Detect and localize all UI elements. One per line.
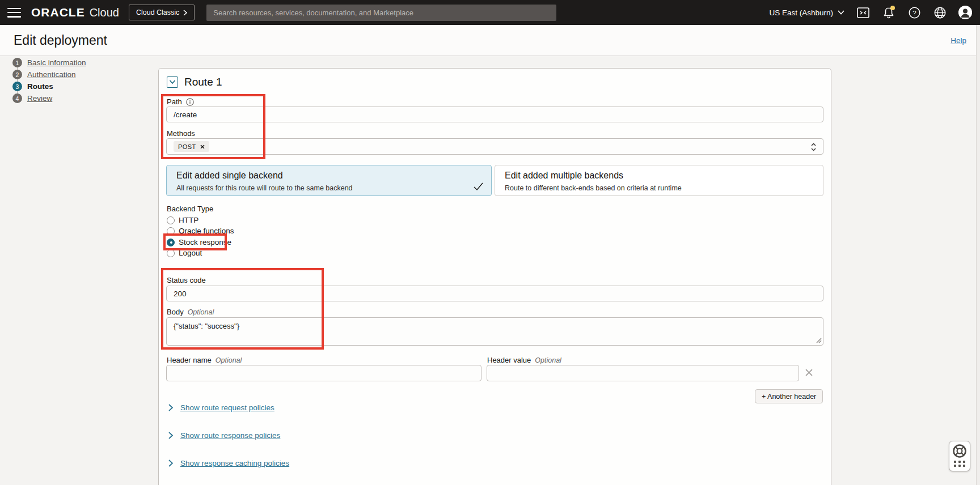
- radio-stock-response[interactable]: Stock response: [167, 237, 231, 248]
- svg-text:?: ?: [913, 9, 916, 16]
- card-title: Edit added single backend: [176, 171, 283, 181]
- path-label: Path: [167, 97, 194, 106]
- remove-header-button[interactable]: [803, 367, 814, 378]
- notifications-icon[interactable]: [882, 6, 895, 19]
- policy-link[interactable]: Show response caching policies: [180, 459, 289, 467]
- route-title: Route 1: [184, 76, 222, 88]
- single-backend-card[interactable]: Edit added single backend All requests f…: [166, 165, 492, 196]
- status-code-label-text: Status code: [167, 276, 206, 284]
- radio-label: HTTP: [179, 216, 198, 224]
- optional-label: Optional: [188, 308, 214, 316]
- remove-method-icon[interactable]: [200, 144, 205, 149]
- header-value-label: Header value Optional: [487, 356, 561, 364]
- path-input[interactable]: [166, 107, 823, 122]
- methods-label-text: Methods: [167, 129, 195, 138]
- multiple-backends-card[interactable]: Edit added multiple backends Route to di…: [495, 165, 823, 196]
- body-textarea[interactable]: {"status": "success"}: [166, 317, 823, 346]
- policy-link[interactable]: Show route response policies: [180, 431, 280, 440]
- response-caching-policies-toggle[interactable]: Show response caching policies: [168, 459, 289, 467]
- wizard-steps: 1 Basic information 2 Authentication 3 R…: [12, 57, 143, 104]
- menu-icon[interactable]: [7, 8, 21, 18]
- radio-label: Stock response: [179, 238, 231, 246]
- close-icon: [805, 369, 813, 376]
- header-value-input[interactable]: [487, 365, 799, 381]
- optional-label: Optional: [535, 356, 561, 364]
- status-code-label: Status code: [167, 276, 206, 284]
- search-input[interactable]: [206, 5, 556, 21]
- collapse-route-button[interactable]: [167, 76, 178, 88]
- chevron-right-icon: [168, 404, 173, 411]
- page-header: Edit deployment Help: [0, 25, 980, 56]
- help-link[interactable]: Help: [951, 36, 966, 45]
- step-label[interactable]: Review: [27, 94, 52, 103]
- stepper-icon[interactable]: [810, 143, 817, 154]
- region-selector[interactable]: US East (Ashburn): [769, 8, 844, 17]
- radio-label: Oracle functions: [179, 227, 234, 235]
- header-name-label: Header name Optional: [167, 356, 242, 364]
- assistant-widget[interactable]: [949, 441, 970, 471]
- chevron-right-icon: [168, 460, 173, 467]
- radio-selected-icon[interactable]: [167, 239, 175, 246]
- body-label-text: Body: [167, 308, 184, 316]
- optional-label: Optional: [216, 356, 242, 364]
- route-response-policies-toggle[interactable]: Show route response policies: [168, 431, 280, 440]
- topbar: ORACLE Cloud Cloud Classic US East (Ashb…: [0, 0, 980, 25]
- notification-badge: [890, 6, 895, 10]
- card-title: Edit added multiple backends: [505, 171, 623, 181]
- route-header: Route 1: [167, 76, 222, 88]
- radio-logout[interactable]: Logout: [167, 248, 202, 258]
- step-label[interactable]: Basic information: [27, 58, 86, 67]
- policy-link[interactable]: Show route request policies: [180, 403, 274, 412]
- oracle-cloud-logo[interactable]: ORACLE Cloud: [31, 6, 119, 19]
- profile-icon[interactable]: [958, 6, 972, 19]
- page-title: Edit deployment: [14, 33, 107, 48]
- cloud-classic-label: Cloud Classic: [136, 8, 179, 16]
- wizard-step-authentication[interactable]: 2 Authentication: [12, 69, 143, 80]
- brand-cloud: Cloud: [90, 6, 119, 19]
- chevron-right-icon: [168, 432, 173, 439]
- backend-type-label-text: Backend Type: [167, 205, 213, 213]
- chevron-down-icon: [838, 10, 844, 15]
- header-value-label-text: Header value: [487, 356, 531, 364]
- step-number: 2: [12, 70, 22, 79]
- method-chip-label: POST: [178, 143, 196, 150]
- step-label: Routes: [27, 82, 53, 91]
- backend-type-label: Backend Type: [167, 205, 213, 213]
- step-number: 1: [12, 58, 22, 67]
- edit-deployment-page: ORACLE Cloud Cloud Classic US East (Ashb…: [0, 0, 980, 485]
- path-label-text: Path: [167, 97, 182, 106]
- selected-check-icon: [474, 182, 483, 190]
- cloud-shell-icon[interactable]: [856, 6, 870, 19]
- wizard-step-basic-information[interactable]: 1 Basic information: [12, 57, 143, 69]
- language-icon[interactable]: [933, 6, 947, 19]
- cloud-classic-button[interactable]: Cloud Classic: [129, 5, 195, 20]
- status-code-input[interactable]: [166, 286, 823, 301]
- another-header-button[interactable]: + Another header: [755, 389, 823, 403]
- route-panel: Route 1 Path Methods POST Edit added s: [158, 68, 831, 485]
- chevron-down-icon: [169, 80, 176, 84]
- wizard-step-review[interactable]: 4 Review: [12, 92, 143, 104]
- help-icon[interactable]: ?: [907, 6, 921, 19]
- radio-icon[interactable]: [167, 216, 175, 224]
- radio-label: Logout: [179, 249, 202, 257]
- methods-select[interactable]: POST: [166, 138, 823, 155]
- card-subtitle: Route to different back-ends based on cr…: [505, 184, 682, 192]
- route-request-policies-toggle[interactable]: Show route request policies: [168, 403, 274, 412]
- lifesaver-icon: [952, 443, 968, 459]
- method-chip: POST: [174, 141, 209, 152]
- page-scrollbar[interactable]: [976, 25, 980, 485]
- radio-icon[interactable]: [167, 227, 175, 235]
- region-label: US East (Ashburn): [769, 8, 833, 17]
- radio-http[interactable]: HTTP: [167, 215, 198, 226]
- radio-oracle-functions[interactable]: Oracle functions: [167, 226, 234, 236]
- info-icon[interactable]: [186, 98, 194, 106]
- chevron-right-icon: [183, 10, 187, 16]
- radio-icon[interactable]: [167, 249, 175, 257]
- step-label[interactable]: Authentication: [27, 70, 76, 79]
- header-name-label-text: Header name: [167, 356, 212, 364]
- brand-oracle: ORACLE: [31, 6, 85, 19]
- step-number: 4: [12, 93, 22, 103]
- header-name-input[interactable]: [166, 365, 481, 381]
- grid-dots-icon: [954, 461, 966, 467]
- wizard-step-routes[interactable]: 3 Routes: [12, 80, 143, 92]
